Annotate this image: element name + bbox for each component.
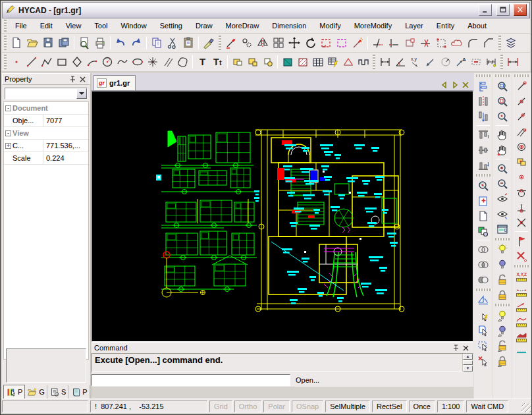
status-toggle-1100[interactable]: 1:100 [437,401,465,412]
toolbar-grip[interactable] [219,36,221,50]
toolbar-grip[interactable] [495,238,510,240]
hatch-edit-button[interactable] [295,54,310,70]
measure-arrow-button[interactable] [514,299,529,314]
align-center-button[interactable] [475,94,491,109]
toolbar-grip[interactable] [514,74,529,77]
resize-grip[interactable] [521,403,531,412]
status-toggle-selmultiple[interactable]: SelMultiple [325,401,370,412]
block-save-button[interactable] [245,54,260,70]
lock-button[interactable] [494,287,510,302]
scroll-down-icon[interactable]: ▼ [463,366,473,372]
hatch-button[interactable] [280,54,295,70]
dialog-layers-button[interactable] [494,221,510,236]
lamp-on-button[interactable] [494,242,510,257]
toolbar-grip[interactable] [4,36,7,50]
snap-endpoint-button[interactable] [514,78,529,94]
parallel-button[interactable] [160,54,175,70]
toolbar-grip[interactable] [514,265,529,267]
pan-button[interactable] [494,127,510,142]
doc-new-plus-button[interactable] [475,193,491,208]
offset-button[interactable] [239,35,255,51]
measure-xyz-button[interactable]: X,Y,Z [514,269,529,284]
trim-button[interactable] [370,35,386,51]
extend-button[interactable] [386,35,402,51]
stretch-rect-button[interactable] [334,35,350,51]
point-plus-button[interactable] [145,54,160,70]
property-value[interactable]: 7077 [43,115,88,126]
minimize-button[interactable] [479,4,492,16]
pan-ref-button[interactable] [494,142,510,157]
property-group-view[interactable]: -View [4,127,88,140]
bool-subtract-button[interactable] [475,272,491,287]
pin-icon[interactable] [68,74,78,84]
expand-icon[interactable]: + [4,143,13,149]
command-close-icon[interactable] [461,343,471,352]
property-value[interactable]: 771.536,... [43,140,88,152]
property-value[interactable]: 0.224 [43,152,88,164]
status-toggle-polar[interactable]: Polar [263,401,290,412]
property-row[interactable]: +C...771.536,... [4,140,88,152]
block-def-button[interactable] [260,54,275,70]
menu-dimension[interactable]: Dimension [265,20,313,32]
snap-midpoint-button[interactable] [514,94,529,109]
scale-rect-button[interactable] [318,35,334,51]
align-push-button[interactable] [475,109,491,124]
zoom-out-button[interactable] [494,176,510,191]
match-wand-button[interactable] [350,35,365,51]
measure-line-button[interactable] [514,345,529,360]
zoom-point-button[interactable] [494,109,510,124]
menu-view[interactable]: View [59,20,88,32]
dim-radius-button[interactable] [438,54,453,70]
snap-intersection-button[interactable] [514,215,529,230]
snap-from-button[interactable] [514,233,529,248]
spline-button[interactable] [115,54,130,70]
view-saved-button[interactable] [494,191,510,206]
status-toggle-grid[interactable]: Grid [209,401,232,412]
paste-button[interactable] [180,35,196,51]
maximize-button[interactable] [496,4,510,16]
toolbar-grip[interactable] [495,304,510,306]
lamp-blue-pick-button[interactable] [494,323,510,338]
rectangle-button[interactable] [54,54,69,70]
save-button[interactable] [40,35,56,51]
property-row[interactable]: Obje...7077 [4,115,88,127]
combo-dropdown-icon[interactable] [76,88,87,99]
fillet-button[interactable] [465,35,481,51]
menu-window[interactable]: Window [115,20,153,32]
ellipse-button[interactable] [130,54,145,70]
snap-tangent-button[interactable] [514,184,529,200]
select-send-button[interactable] [475,292,491,308]
title-bar[interactable]: HYCAD - [gr1.gr] [2,2,530,18]
dim-angular-button[interactable] [392,54,408,70]
property-selector-combo[interactable] [5,88,88,99]
select-doc-button[interactable] [475,323,491,338]
erase-button[interactable] [223,35,239,51]
revcloud-button[interactable] [449,35,465,51]
dim-ordinate-button[interactable]: x,y [408,54,423,70]
menu-about[interactable]: About [461,20,493,32]
print-preview-button[interactable] [76,35,92,51]
rotate-button[interactable] [302,35,318,51]
toolbar-grip[interactable] [495,74,510,77]
align-top-button[interactable] [475,127,491,142]
zoom-page-button[interactable] [494,94,510,109]
snap-node-button[interactable] [514,169,529,184]
dim-arrowA-button[interactable]: A [453,54,468,70]
outline-button[interactable] [475,78,491,94]
wave-button[interactable] [356,54,371,70]
copy-button[interactable] [149,35,165,51]
menu-entity[interactable]: Entity [430,20,462,32]
collapse-icon[interactable]: - [4,105,13,111]
menu-setting[interactable]: Setting [153,20,189,32]
toolbar-grip[interactable] [476,289,491,291]
menu-modify[interactable]: Modify [313,20,347,32]
dim-ticks-button[interactable] [483,54,498,70]
redo-button[interactable] [128,35,144,51]
format-brush-button[interactable] [201,35,217,51]
layers-button[interactable] [503,35,519,51]
measure-curve-button[interactable] [514,314,529,329]
document-tab-gr1[interactable]: gr gr1.gr [93,75,136,90]
zoom-window-button[interactable] [494,78,510,94]
toolbar-grip[interactable] [4,55,7,69]
cut-button[interactable] [165,35,180,51]
